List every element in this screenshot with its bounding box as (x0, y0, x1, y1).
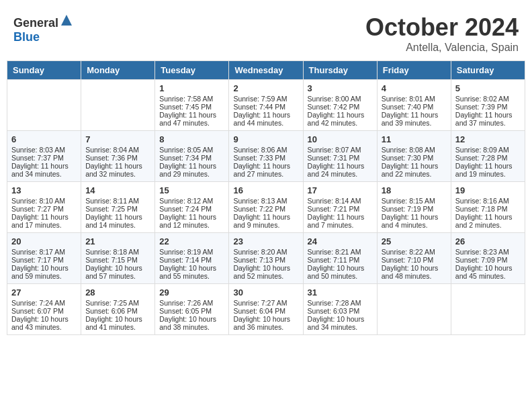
sunset-text: Sunset: 7:22 PM (233, 205, 298, 213)
daylight-text: Daylight: 10 hours and 50 minutes. (308, 264, 373, 280)
daylight-text: Daylight: 11 hours and 42 minutes. (308, 111, 373, 127)
daylight-text: Daylight: 11 hours and 44 minutes. (233, 111, 298, 127)
calendar-week-1: 1Sunrise: 7:58 AMSunset: 7:45 PMDaylight… (7, 80, 525, 131)
sunset-text: Sunset: 7:39 PM (455, 103, 521, 111)
table-row (377, 284, 451, 335)
sunset-text: Sunset: 7:24 PM (159, 205, 224, 213)
col-tuesday: Tuesday (155, 61, 229, 80)
daylight-text: Daylight: 10 hours and 48 minutes. (382, 264, 447, 280)
table-row: 29Sunrise: 7:26 AMSunset: 6:05 PMDayligh… (155, 284, 229, 335)
daylight-text: Daylight: 11 hours and 32 minutes. (85, 162, 150, 178)
month-title: October 2024 (365, 13, 519, 42)
sunset-text: Sunset: 7:13 PM (233, 256, 298, 264)
daylight-text: Daylight: 10 hours and 59 minutes. (11, 264, 77, 280)
table-row: 27Sunrise: 7:24 AMSunset: 6:07 PMDayligh… (7, 284, 81, 335)
daylight-text: Daylight: 11 hours and 24 minutes. (308, 162, 373, 178)
day-number: 30 (233, 287, 298, 298)
day-number: 12 (455, 134, 521, 144)
sunset-text: Sunset: 7:34 PM (159, 154, 224, 162)
daylight-text: Daylight: 11 hours and 34 minutes. (11, 162, 77, 178)
table-row: 20Sunrise: 8:17 AMSunset: 7:17 PMDayligh… (7, 233, 81, 284)
sunset-text: Sunset: 7:09 PM (455, 256, 521, 264)
calendar-header-row: Sunday Monday Tuesday Wednesday Thursday… (7, 61, 525, 80)
sunrise-text: Sunrise: 8:21 AM (308, 248, 373, 256)
day-number: 31 (308, 287, 373, 298)
sunrise-text: Sunrise: 8:18 AM (85, 248, 150, 256)
day-number: 15 (159, 185, 224, 195)
sunrise-text: Sunrise: 7:59 AM (233, 95, 298, 103)
day-number: 27 (11, 287, 77, 298)
day-number: 26 (455, 236, 521, 246)
day-number: 4 (382, 83, 447, 93)
sunrise-text: Sunrise: 7:26 AM (159, 299, 224, 307)
col-friday: Friday (377, 61, 451, 80)
sunrise-text: Sunrise: 8:12 AM (159, 197, 224, 205)
sunrise-text: Sunrise: 8:17 AM (11, 248, 77, 256)
table-row: 19Sunrise: 8:16 AMSunset: 7:18 PMDayligh… (451, 182, 525, 233)
col-sunday: Sunday (7, 61, 81, 80)
day-number: 19 (455, 185, 521, 195)
daylight-text: Daylight: 11 hours and 19 minutes. (455, 162, 521, 178)
daylight-text: Daylight: 10 hours and 55 minutes. (159, 264, 224, 280)
daylight-text: Daylight: 10 hours and 52 minutes. (233, 264, 298, 280)
daylight-text: Daylight: 10 hours and 43 minutes. (11, 315, 77, 331)
sunrise-text: Sunrise: 8:16 AM (455, 197, 521, 205)
sunrise-text: Sunrise: 8:07 AM (308, 146, 373, 154)
sunrise-text: Sunrise: 8:19 AM (159, 248, 224, 256)
day-number: 2 (233, 83, 298, 93)
calendar-week-5: 27Sunrise: 7:24 AMSunset: 6:07 PMDayligh… (7, 284, 525, 335)
sunrise-text: Sunrise: 7:24 AM (11, 299, 77, 307)
sunset-text: Sunset: 7:11 PM (308, 256, 373, 264)
sunset-text: Sunset: 6:06 PM (85, 307, 150, 315)
calendar-table: Sunday Monday Tuesday Wednesday Thursday… (7, 60, 525, 335)
sunrise-text: Sunrise: 8:05 AM (159, 146, 224, 154)
daylight-text: Daylight: 10 hours and 38 minutes. (159, 315, 224, 331)
table-row: 10Sunrise: 8:07 AMSunset: 7:31 PMDayligh… (303, 131, 377, 182)
table-row: 1Sunrise: 7:58 AMSunset: 7:45 PMDaylight… (155, 80, 229, 131)
sunset-text: Sunset: 7:10 PM (382, 256, 447, 264)
table-row (7, 80, 81, 131)
daylight-text: Daylight: 10 hours and 45 minutes. (455, 264, 521, 280)
sunrise-text: Sunrise: 8:13 AM (233, 197, 298, 205)
daylight-text: Daylight: 11 hours and 2 minutes. (455, 213, 521, 229)
day-number: 9 (233, 134, 298, 144)
sunset-text: Sunset: 6:04 PM (233, 307, 298, 315)
logo-icon (60, 13, 73, 27)
day-number: 5 (455, 83, 521, 93)
table-row: 8Sunrise: 8:05 AMSunset: 7:34 PMDaylight… (155, 131, 229, 182)
sunrise-text: Sunrise: 8:08 AM (382, 146, 447, 154)
table-row: 21Sunrise: 8:18 AMSunset: 7:15 PMDayligh… (81, 233, 155, 284)
daylight-text: Daylight: 11 hours and 14 minutes. (85, 213, 150, 229)
sunrise-text: Sunrise: 7:25 AM (85, 299, 150, 307)
table-row: 15Sunrise: 8:12 AMSunset: 7:24 PMDayligh… (155, 182, 229, 233)
sunset-text: Sunset: 7:25 PM (85, 205, 150, 213)
sunset-text: Sunset: 7:28 PM (455, 154, 521, 162)
sunset-text: Sunset: 7:21 PM (308, 205, 373, 213)
sunrise-text: Sunrise: 8:10 AM (11, 197, 77, 205)
table-row: 6Sunrise: 8:03 AMSunset: 7:37 PMDaylight… (7, 131, 81, 182)
col-saturday: Saturday (451, 61, 525, 80)
sunset-text: Sunset: 7:42 PM (308, 103, 373, 111)
sunset-text: Sunset: 7:45 PM (159, 103, 224, 111)
logo-general: General (13, 16, 58, 30)
table-row: 24Sunrise: 8:21 AMSunset: 7:11 PMDayligh… (303, 233, 377, 284)
sunset-text: Sunset: 7:17 PM (11, 256, 77, 264)
sunset-text: Sunset: 7:18 PM (455, 205, 521, 213)
sunset-text: Sunset: 7:40 PM (382, 103, 447, 111)
sunrise-text: Sunrise: 8:14 AM (308, 197, 373, 205)
day-number: 23 (233, 236, 298, 246)
daylight-text: Daylight: 10 hours and 41 minutes. (85, 315, 150, 331)
day-number: 22 (159, 236, 224, 246)
daylight-text: Daylight: 10 hours and 36 minutes. (233, 315, 298, 331)
table-row: 7Sunrise: 8:04 AMSunset: 7:36 PMDaylight… (81, 131, 155, 182)
page-header: General Blue October 2024 Antella, Valen… (7, 7, 525, 57)
day-number: 11 (382, 134, 447, 144)
location-title: Antella, Valencia, Spain (365, 42, 519, 54)
sunrise-text: Sunrise: 8:09 AM (455, 146, 521, 154)
daylight-text: Daylight: 11 hours and 29 minutes. (159, 162, 224, 178)
table-row: 3Sunrise: 8:00 AMSunset: 7:42 PMDaylight… (303, 80, 377, 131)
sunset-text: Sunset: 7:15 PM (85, 256, 150, 264)
sunset-text: Sunset: 7:19 PM (382, 205, 447, 213)
day-number: 20 (11, 236, 77, 246)
table-row: 4Sunrise: 8:01 AMSunset: 7:40 PMDaylight… (377, 80, 451, 131)
